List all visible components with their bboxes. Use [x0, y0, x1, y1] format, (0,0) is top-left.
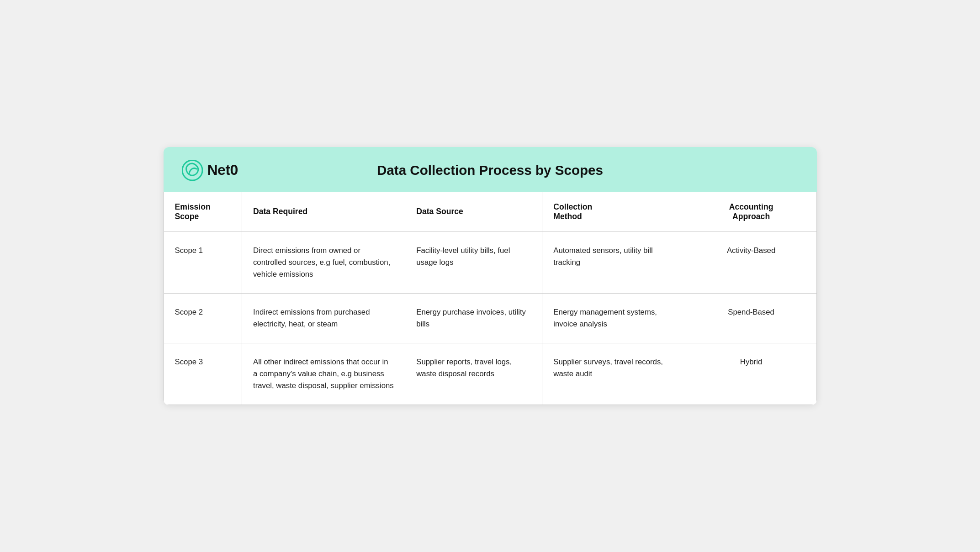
net0-logo-icon	[182, 160, 203, 181]
table-cell-row1-col3: Energy management systems, invoice analy…	[542, 293, 686, 343]
table-cell-row2-col4: Hybrid	[686, 343, 816, 405]
table-row: Scope 2Indirect emissions from purchased…	[164, 293, 816, 343]
table-row: Scope 3All other indirect emissions that…	[164, 343, 816, 405]
table-body: Scope 1Direct emissions from owned or co…	[164, 231, 816, 405]
table-header-row: EmissionScope Data Required Data Source …	[164, 192, 816, 231]
data-table: EmissionScope Data Required Data Source …	[164, 192, 817, 405]
table-wrapper: EmissionScope Data Required Data Source …	[164, 192, 817, 405]
col-header-data-required: Data Required	[242, 192, 405, 231]
header: Net0 Data Collection Process by Scopes	[164, 147, 817, 192]
col-header-data-source: Data Source	[405, 192, 542, 231]
table-cell-row0-col0: Scope 1	[164, 231, 242, 293]
main-card: Net0 Data Collection Process by Scopes E…	[164, 147, 817, 405]
col-header-accounting-approach: AccountingApproach	[686, 192, 816, 231]
table-cell-row0-col4: Activity-Based	[686, 231, 816, 293]
table-cell-row1-col4: Spend-Based	[686, 293, 816, 343]
table-cell-row1-col1: Indirect emissions from purchased electr…	[242, 293, 405, 343]
table-cell-row0-col1: Direct emissions from owned or controlle…	[242, 231, 405, 293]
table-cell-row2-col1: All other indirect emissions that occur …	[242, 343, 405, 405]
table-cell-row0-col3: Automated sensors, utility bill tracking	[542, 231, 686, 293]
table-cell-row1-col2: Energy purchase invoices, utility bills	[405, 293, 542, 343]
table-cell-row1-col0: Scope 2	[164, 293, 242, 343]
table-cell-row2-col2: Supplier reports, travel logs, waste dis…	[405, 343, 542, 405]
col-header-collection-method: CollectionMethod	[542, 192, 686, 231]
table-row: Scope 1Direct emissions from owned or co…	[164, 231, 816, 293]
page-title: Data Collection Process by Scopes	[264, 163, 799, 178]
col-header-emission-scope: EmissionScope	[164, 192, 242, 231]
table-cell-row0-col2: Facility-level utility bills, fuel usage…	[405, 231, 542, 293]
logo-area: Net0	[182, 160, 264, 181]
logo-text: Net0	[207, 162, 238, 179]
table-cell-row2-col3: Supplier surveys, travel records, waste …	[542, 343, 686, 405]
table-cell-row2-col0: Scope 3	[164, 343, 242, 405]
